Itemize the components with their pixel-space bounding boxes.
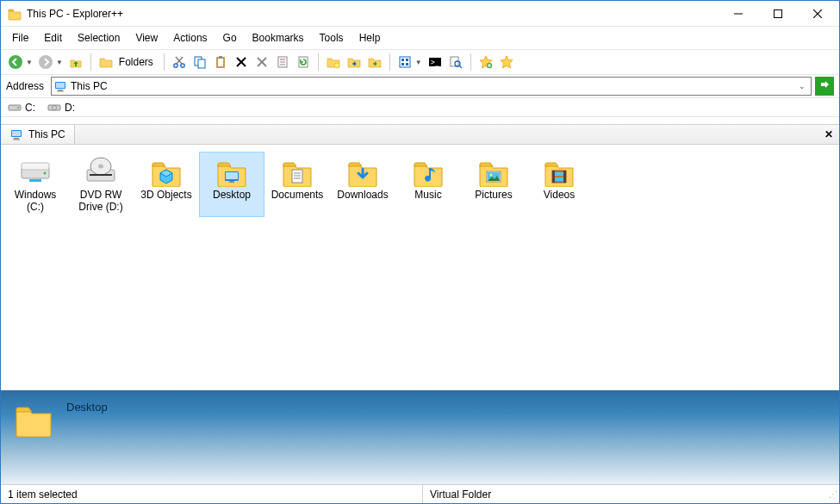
drive-d[interactable]: D: (47, 102, 75, 114)
forward-button[interactable] (36, 53, 55, 72)
menu-view[interactable]: View (128, 28, 165, 47)
folder-doc-icon (280, 156, 314, 187)
menu-edit[interactable]: Edit (36, 28, 70, 47)
menu-go[interactable]: Go (215, 28, 245, 47)
drive-bar: C: D: (1, 98, 839, 117)
svg-rect-38 (58, 90, 63, 91)
list-item[interactable]: DVD RW Drive (D:) (68, 152, 134, 217)
folder-desktop-icon (215, 156, 249, 187)
svg-rect-39 (57, 91, 64, 92)
svg-text:>_: >_ (431, 59, 439, 66)
tab-strip[interactable] (75, 125, 818, 144)
svg-rect-25 (400, 57, 410, 67)
copy-button[interactable] (190, 53, 209, 72)
this-pc-icon (9, 128, 23, 141)
move-to-button[interactable] (365, 53, 384, 72)
svg-point-5 (39, 55, 53, 69)
address-input[interactable] (67, 80, 795, 92)
svg-rect-1 (775, 9, 782, 17)
svg-rect-59 (229, 181, 234, 183)
svg-rect-13 (218, 59, 223, 66)
forward-history-dropdown[interactable]: ▼ (56, 59, 63, 66)
menu-file[interactable]: File (4, 28, 36, 47)
list-item[interactable]: Windows (C:) (3, 152, 68, 217)
optical-icon (47, 103, 61, 113)
optical-icon (84, 156, 118, 187)
command-prompt-button[interactable]: >_ (426, 53, 445, 72)
svg-point-41 (17, 107, 19, 109)
folder-down-icon (345, 156, 380, 187)
file-list[interactable]: Windows (C:)DVD RW Drive (D:)3D ObjectsD… (1, 145, 839, 390)
back-button[interactable] (6, 53, 25, 72)
close-button[interactable] (798, 1, 837, 26)
menu-bookmarks[interactable]: Bookmarks (245, 28, 312, 47)
item-label: Downloads (337, 189, 388, 201)
item-label: 3D Objects (140, 189, 191, 201)
app-icon (8, 7, 22, 21)
svg-rect-52 (29, 179, 41, 182)
address-row: Address ⌄ (1, 75, 839, 98)
list-item[interactable]: Documents (264, 152, 330, 217)
menu-actions[interactable]: Actions (165, 28, 215, 47)
svg-rect-48 (13, 140, 20, 140)
search-button[interactable] (446, 53, 465, 72)
delete-button[interactable] (232, 53, 251, 72)
svg-point-66 (490, 174, 493, 177)
list-item[interactable]: Pictures (461, 152, 526, 217)
menu-selection[interactable]: Selection (70, 28, 128, 47)
bookmarks-button[interactable] (497, 53, 516, 72)
list-item[interactable]: Downloads (330, 152, 395, 217)
maximize-button[interactable] (758, 1, 798, 26)
svg-rect-47 (14, 138, 19, 140)
new-folder-button[interactable] (324, 53, 343, 72)
views-dropdown[interactable]: ▼ (415, 59, 422, 66)
refresh-button[interactable] (294, 53, 313, 72)
cut-button[interactable] (170, 53, 189, 72)
folder-3d-icon (149, 156, 184, 187)
drive-c[interactable]: C: (8, 102, 35, 114)
item-label: Pictures (475, 189, 512, 201)
status-selection: 1 item selected (1, 485, 423, 503)
folders-label: Folders (117, 56, 159, 68)
svg-rect-27 (406, 59, 408, 61)
add-bookmark-button[interactable] (476, 53, 495, 72)
tab-close-button[interactable]: ✕ (818, 125, 839, 144)
spacer (1, 117, 839, 124)
paste-button[interactable] (211, 53, 230, 72)
item-label: Documents (271, 189, 324, 201)
address-dropdown[interactable]: ⌄ (795, 82, 809, 90)
go-button[interactable] (815, 77, 834, 96)
svg-rect-69 (563, 171, 566, 183)
up-button[interactable] (66, 53, 85, 72)
address-box[interactable]: ⌄ (51, 77, 812, 96)
app-window: This PC - Explorer++ FileEditSelectionVi… (0, 0, 840, 504)
properties-button[interactable] (273, 53, 292, 72)
list-item[interactable]: Desktop (199, 152, 264, 217)
svg-rect-58 (226, 172, 238, 179)
window-title: This PC - Explorer++ (27, 8, 719, 20)
folder-icon (13, 399, 54, 440)
menu-tools[interactable]: Tools (312, 28, 352, 47)
list-item[interactable]: Music (395, 152, 461, 217)
separator (164, 53, 165, 71)
menu-help[interactable]: Help (352, 28, 389, 47)
folders-pane-button[interactable] (96, 53, 115, 72)
svg-rect-37 (56, 83, 65, 88)
item-label: Windows (C:) (5, 189, 65, 213)
resize-grip[interactable]: ⋰ (825, 489, 839, 499)
svg-rect-29 (406, 63, 408, 65)
views-button[interactable] (395, 53, 414, 72)
drive-label: D: (65, 102, 75, 114)
list-item[interactable]: 3D Objects (134, 152, 199, 217)
minimize-button[interactable] (719, 1, 758, 26)
separator (470, 53, 471, 71)
this-pc-icon (53, 79, 67, 93)
back-history-dropdown[interactable]: ▼ (26, 59, 33, 66)
svg-rect-46 (12, 131, 21, 136)
delete-permanently-button[interactable] (252, 53, 271, 72)
copy-to-button[interactable] (345, 53, 364, 72)
address-label: Address (6, 80, 47, 92)
list-item[interactable]: Videos (526, 152, 592, 217)
tab-this-pc[interactable]: This PC (1, 125, 75, 144)
svg-rect-68 (552, 171, 555, 183)
